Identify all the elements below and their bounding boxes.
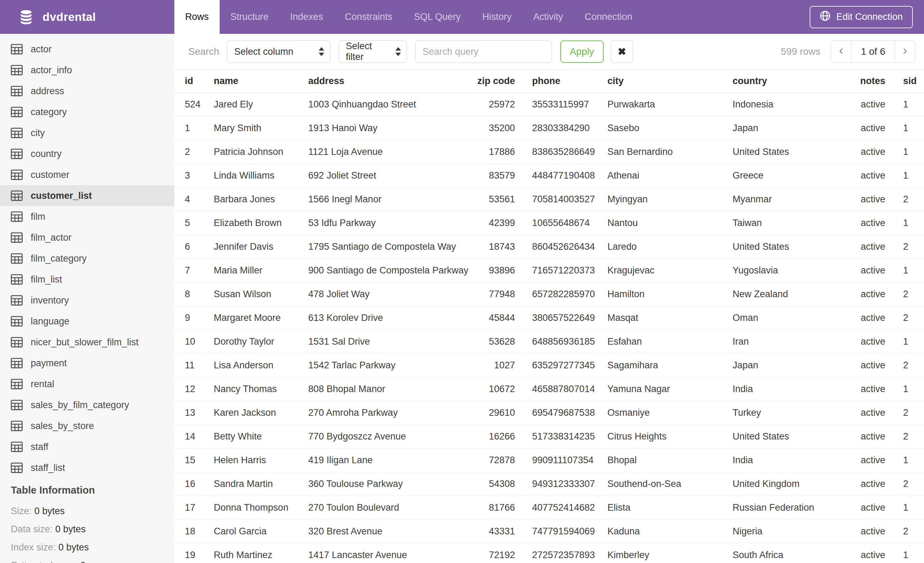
tab-structure[interactable]: Structure	[220, 0, 280, 34]
database-name: dvdrental	[42, 11, 96, 24]
cell-phone: 657282285970	[521, 282, 600, 306]
cell-id: 13	[174, 401, 214, 425]
table-row[interactable]: 1Mary Smith1913 Hanoi Way352002830338429…	[174, 116, 924, 140]
column-header-notes[interactable]: notes	[844, 70, 892, 92]
up-down-sorter-icon	[319, 47, 324, 56]
table-row[interactable]: 10Dorothy Taylor1531 Sal Drive5362864885…	[174, 330, 924, 353]
sidebar-item-payment[interactable]: payment	[0, 353, 174, 374]
table-row[interactable]: 3Linda Williams692 Joliet Street83579448…	[174, 164, 924, 187]
rows-count: 599 rows	[781, 46, 820, 57]
table-row[interactable]: 12Nancy Thomas808 Bhopal Manor1067246588…	[174, 377, 924, 401]
cell-country: Japan	[722, 353, 844, 377]
cell-id: 14	[174, 425, 214, 448]
table-row[interactable]: 8Susan Wilson478 Joliet Way7794865728228…	[174, 282, 924, 306]
cell-city: Elista	[600, 496, 722, 519]
table-row[interactable]: 16Sandra Martin360 Toulouse Parkway54308…	[174, 472, 924, 496]
table-row[interactable]: 13Karen Jackson270 Amroha Parkway2961069…	[174, 401, 924, 425]
sidebar-item-label: address	[31, 86, 64, 97]
cell-country: Nigeria	[722, 519, 844, 543]
sidebar-item-country[interactable]: country	[0, 143, 174, 164]
sidebar-item-actor_info[interactable]: actor_info	[0, 60, 174, 81]
tab-sql-query[interactable]: SQL Query	[403, 0, 471, 34]
sidebar-item-film_list[interactable]: film_list	[0, 269, 174, 290]
cell-name: Susan Wilson	[214, 282, 308, 306]
cell-id: 6	[174, 235, 214, 258]
table-icon	[11, 128, 22, 138]
apply-button[interactable]: Apply	[560, 41, 604, 63]
table-row[interactable]: 15Helen Harris419 Iligan Lane72878990911…	[174, 448, 924, 472]
tab-constraints[interactable]: Constraints	[334, 0, 404, 34]
cell-sid: 2	[892, 353, 924, 377]
chevron-right-icon: ›	[903, 43, 907, 58]
table-row[interactable]: 5Elizabeth Brown53 Idfu Parkway423991065…	[174, 211, 924, 235]
cell-country: United States	[722, 425, 844, 448]
cell-notes: active	[844, 92, 892, 116]
cell-zip: 25972	[474, 92, 521, 116]
select-filter-dropdown[interactable]: Select filter	[339, 41, 407, 63]
cell-zip: 53561	[474, 187, 521, 211]
sidebar-item-language[interactable]: language	[0, 311, 174, 332]
column-header-zip[interactable]: zip code	[474, 70, 521, 92]
sidebar-item-film_actor[interactable]: film_actor	[0, 227, 174, 248]
table-row[interactable]: 18Carol Garcia320 Brest Avenue4333174779…	[174, 519, 924, 543]
sidebar-item-film_category[interactable]: film_category	[0, 248, 174, 269]
cell-name: Karen Jackson	[214, 401, 308, 425]
search-query-input[interactable]	[415, 41, 552, 63]
cell-sid: 1	[892, 330, 924, 353]
cell-phone: 747791594069	[521, 519, 600, 543]
sidebar-item-address[interactable]: address	[0, 81, 174, 102]
sidebar-item-sales_by_film_category[interactable]: sales_by_film_category	[0, 395, 174, 416]
sidebar-item-customer[interactable]: customer	[0, 164, 174, 185]
tab-activity[interactable]: Activity	[522, 0, 574, 34]
sidebar-item-customer_list[interactable]: customer_list	[0, 185, 174, 206]
cell-zip: 72192	[474, 543, 521, 563]
sidebar-item-city[interactable]: city	[0, 122, 174, 143]
cell-city: Kragujevac	[600, 258, 722, 282]
column-header-name[interactable]: name	[214, 70, 308, 92]
tab-history[interactable]: History	[471, 0, 522, 34]
tab-indexes[interactable]: Indexes	[279, 0, 334, 34]
column-header-address[interactable]: address	[308, 70, 474, 92]
column-header-id[interactable]: id	[174, 70, 214, 92]
table-row[interactable]: 17Donna Thompson270 Toulon Boulevard8176…	[174, 496, 924, 519]
clear-search-button[interactable]: ✖	[611, 41, 633, 63]
column-header-sid[interactable]: sid	[892, 70, 924, 92]
sidebar-item-category[interactable]: category	[0, 102, 174, 122]
table-row[interactable]: 7Maria Miller900 Santiago de Compostela …	[174, 258, 924, 282]
sidebar-item-label: category	[31, 107, 67, 117]
edit-connection-button[interactable]: Edit Connection	[810, 6, 913, 28]
sidebar-item-film[interactable]: film	[0, 206, 174, 227]
tab-connection[interactable]: Connection	[574, 0, 644, 34]
table-row[interactable]: 2Patricia Johnson1121 Loja Avenue1788683…	[174, 140, 924, 164]
cell-address: 1795 Santiago de Compostela Way	[308, 235, 474, 258]
table-row[interactable]: 6Jennifer Davis1795 Santiago de Composte…	[174, 235, 924, 258]
cell-notes: active	[844, 448, 892, 472]
sidebar-item-actor[interactable]: actor	[0, 39, 174, 60]
table-icon	[11, 149, 22, 159]
next-page-button[interactable]: ›	[895, 41, 915, 62]
sidebar-item-inventory[interactable]: inventory	[0, 290, 174, 311]
table-row[interactable]: 14Betty White770 Bydgoszcz Avenue1626651…	[174, 425, 924, 448]
sidebar-item-staff_list[interactable]: staff_list	[0, 457, 174, 478]
cell-id: 2	[174, 140, 214, 164]
table-row[interactable]: 9Margaret Moore613 Korolev Drive45844380…	[174, 306, 924, 330]
previous-page-button[interactable]: ‹	[831, 41, 851, 62]
column-header-country[interactable]: country	[722, 70, 844, 92]
tab-rows[interactable]: Rows	[174, 0, 220, 34]
sidebar-item-sales_by_store[interactable]: sales_by_store	[0, 416, 174, 436]
cell-country: United States	[722, 235, 844, 258]
cell-name: Margaret Moore	[214, 306, 308, 330]
sidebar-item-rental[interactable]: rental	[0, 374, 174, 395]
table-row[interactable]: 524Jared Ely1003 Qinhuangdao Street25972…	[174, 92, 924, 116]
table-row[interactable]: 4Barbara Jones1566 Inegl Manor5356170581…	[174, 187, 924, 211]
table-list: actoractor_infoaddresscategorycitycountr…	[0, 39, 174, 478]
cell-id: 4	[174, 187, 214, 211]
sidebar-item-nicer_but_slower_film_list[interactable]: nicer_but_slower_film_list	[0, 332, 174, 353]
select-column-dropdown[interactable]: Select column	[227, 41, 330, 63]
table-row[interactable]: 11Lisa Anderson1542 Tarlac Parkway102763…	[174, 353, 924, 377]
sidebar-item-staff[interactable]: staff	[0, 436, 174, 457]
cell-id: 18	[174, 519, 214, 543]
table-row[interactable]: 19Ruth Martinez1417 Lancaster Avenue7219…	[174, 543, 924, 563]
column-header-phone[interactable]: phone	[521, 70, 600, 92]
column-header-city[interactable]: city	[600, 70, 722, 92]
